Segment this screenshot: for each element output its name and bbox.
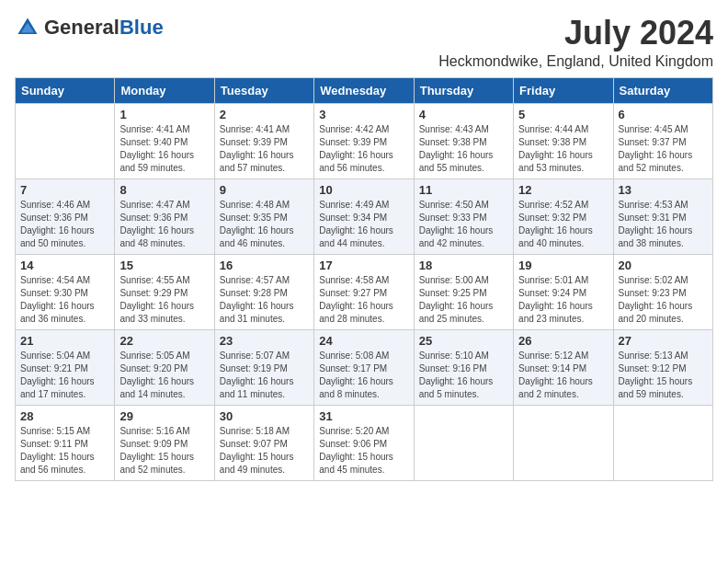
logo: GeneralBlue — [15, 15, 164, 40]
calendar-body: 1Sunrise: 4:41 AM Sunset: 9:40 PM Daylig… — [16, 103, 713, 480]
day-info: Sunrise: 4:53 AM Sunset: 9:31 PM Dayligh… — [619, 199, 708, 250]
day-info: Sunrise: 5:18 AM Sunset: 9:07 PM Dayligh… — [220, 425, 309, 477]
calendar-cell: 21Sunrise: 5:04 AM Sunset: 9:21 PM Dayli… — [16, 329, 115, 405]
day-info: Sunrise: 4:48 AM Sunset: 9:35 PM Dayligh… — [220, 199, 309, 250]
day-info: Sunrise: 5:08 AM Sunset: 9:17 PM Dayligh… — [319, 350, 408, 401]
calendar-cell: 12Sunrise: 4:52 AM Sunset: 9:32 PM Dayli… — [514, 178, 613, 254]
day-number: 7 — [20, 183, 109, 197]
calendar-week-row: 28Sunrise: 5:15 AM Sunset: 9:11 PM Dayli… — [16, 405, 713, 480]
calendar-cell — [414, 405, 513, 480]
calendar-cell: 15Sunrise: 4:55 AM Sunset: 9:29 PM Dayli… — [115, 254, 214, 329]
calendar-cell: 28Sunrise: 5:15 AM Sunset: 9:11 PM Dayli… — [16, 405, 115, 480]
day-info: Sunrise: 4:47 AM Sunset: 9:36 PM Dayligh… — [119, 199, 209, 250]
calendar-cell: 31Sunrise: 5:20 AM Sunset: 9:06 PM Dayli… — [314, 405, 414, 480]
day-info: Sunrise: 4:49 AM Sunset: 9:34 PM Dayligh… — [319, 199, 408, 250]
page-header: GeneralBlue July 2024 Heckmondwike, Engl… — [15, 15, 713, 70]
column-header-thursday: Thursday — [414, 77, 513, 103]
day-number: 8 — [119, 183, 209, 197]
day-number: 31 — [319, 409, 408, 423]
calendar-cell: 7Sunrise: 4:46 AM Sunset: 9:36 PM Daylig… — [16, 178, 115, 254]
day-info: Sunrise: 5:02 AM Sunset: 9:23 PM Dayligh… — [619, 274, 708, 326]
day-info: Sunrise: 4:50 AM Sunset: 9:33 PM Dayligh… — [419, 199, 508, 250]
calendar-cell: 9Sunrise: 4:48 AM Sunset: 9:35 PM Daylig… — [214, 178, 313, 254]
day-info: Sunrise: 5:16 AM Sunset: 9:09 PM Dayligh… — [119, 425, 209, 477]
calendar-cell: 6Sunrise: 4:45 AM Sunset: 9:37 PM Daylig… — [613, 103, 712, 178]
calendar-cell: 17Sunrise: 4:58 AM Sunset: 9:27 PM Dayli… — [314, 254, 414, 329]
day-number: 28 — [20, 409, 109, 423]
day-number: 25 — [419, 334, 508, 348]
day-info: Sunrise: 5:05 AM Sunset: 9:20 PM Dayligh… — [119, 350, 209, 401]
day-info: Sunrise: 5:15 AM Sunset: 9:11 PM Dayligh… — [20, 425, 109, 477]
day-number: 23 — [220, 334, 309, 348]
calendar-cell: 26Sunrise: 5:12 AM Sunset: 9:14 PM Dayli… — [514, 329, 613, 405]
calendar-cell — [613, 405, 712, 480]
calendar-cell: 4Sunrise: 4:43 AM Sunset: 9:38 PM Daylig… — [414, 103, 513, 178]
calendar-cell — [514, 405, 613, 480]
day-number: 14 — [20, 259, 109, 272]
logo-icon — [15, 15, 40, 40]
day-number: 5 — [518, 108, 608, 121]
day-info: Sunrise: 5:00 AM Sunset: 9:25 PM Dayligh… — [419, 274, 508, 326]
day-info: Sunrise: 4:43 AM Sunset: 9:38 PM Dayligh… — [419, 123, 508, 175]
calendar-cell: 24Sunrise: 5:08 AM Sunset: 9:17 PM Dayli… — [314, 329, 414, 405]
day-info: Sunrise: 5:10 AM Sunset: 9:16 PM Dayligh… — [419, 350, 508, 401]
day-number: 27 — [619, 334, 708, 348]
column-header-tuesday: Tuesday — [214, 77, 313, 103]
title-area: July 2024 Heckmondwike, England, United … — [438, 15, 713, 70]
day-info: Sunrise: 4:41 AM Sunset: 9:40 PM Dayligh… — [119, 123, 209, 175]
day-number: 18 — [419, 259, 508, 272]
calendar-cell — [16, 103, 115, 178]
calendar-cell: 14Sunrise: 4:54 AM Sunset: 9:30 PM Dayli… — [16, 254, 115, 329]
day-number: 22 — [119, 334, 209, 348]
day-info: Sunrise: 5:12 AM Sunset: 9:14 PM Dayligh… — [518, 350, 608, 401]
calendar-cell: 20Sunrise: 5:02 AM Sunset: 9:23 PM Dayli… — [613, 254, 712, 329]
calendar-cell: 16Sunrise: 4:57 AM Sunset: 9:28 PM Dayli… — [214, 254, 313, 329]
column-header-monday: Monday — [115, 77, 214, 103]
day-info: Sunrise: 4:42 AM Sunset: 9:39 PM Dayligh… — [319, 123, 408, 175]
calendar-cell: 30Sunrise: 5:18 AM Sunset: 9:07 PM Dayli… — [214, 405, 313, 480]
calendar-cell: 1Sunrise: 4:41 AM Sunset: 9:40 PM Daylig… — [115, 103, 214, 178]
day-info: Sunrise: 5:13 AM Sunset: 9:12 PM Dayligh… — [619, 350, 708, 401]
calendar-cell: 19Sunrise: 5:01 AM Sunset: 9:24 PM Dayli… — [514, 254, 613, 329]
day-number: 12 — [518, 183, 608, 197]
day-number: 1 — [119, 108, 209, 121]
day-number: 13 — [619, 183, 708, 197]
day-info: Sunrise: 5:07 AM Sunset: 9:19 PM Dayligh… — [220, 350, 309, 401]
calendar-cell: 23Sunrise: 5:07 AM Sunset: 9:19 PM Dayli… — [214, 329, 313, 405]
day-number: 11 — [419, 183, 508, 197]
day-number: 17 — [319, 259, 408, 272]
calendar-cell: 18Sunrise: 5:00 AM Sunset: 9:25 PM Dayli… — [414, 254, 513, 329]
day-info: Sunrise: 4:55 AM Sunset: 9:29 PM Dayligh… — [119, 274, 209, 326]
calendar-cell: 11Sunrise: 4:50 AM Sunset: 9:33 PM Dayli… — [414, 178, 513, 254]
day-number: 6 — [619, 108, 708, 121]
logo-general-text: GeneralBlue — [44, 17, 164, 38]
calendar-cell: 10Sunrise: 4:49 AM Sunset: 9:34 PM Dayli… — [314, 178, 414, 254]
calendar-cell: 22Sunrise: 5:05 AM Sunset: 9:20 PM Dayli… — [115, 329, 214, 405]
day-number: 9 — [220, 183, 309, 197]
calendar-cell: 2Sunrise: 4:41 AM Sunset: 9:39 PM Daylig… — [214, 103, 313, 178]
day-info: Sunrise: 4:45 AM Sunset: 9:37 PM Dayligh… — [619, 123, 708, 175]
calendar-header-row: SundayMondayTuesdayWednesdayThursdayFrid… — [16, 77, 713, 103]
column-header-friday: Friday — [514, 77, 613, 103]
day-info: Sunrise: 4:46 AM Sunset: 9:36 PM Dayligh… — [20, 199, 109, 250]
calendar-week-row: 7Sunrise: 4:46 AM Sunset: 9:36 PM Daylig… — [16, 178, 713, 254]
day-number: 15 — [119, 259, 209, 272]
day-number: 20 — [619, 259, 708, 272]
day-info: Sunrise: 4:58 AM Sunset: 9:27 PM Dayligh… — [319, 274, 408, 326]
calendar-cell: 13Sunrise: 4:53 AM Sunset: 9:31 PM Dayli… — [613, 178, 712, 254]
column-header-wednesday: Wednesday — [314, 77, 414, 103]
calendar-table: SundayMondayTuesdayWednesdayThursdayFrid… — [15, 77, 713, 481]
day-info: Sunrise: 5:04 AM Sunset: 9:21 PM Dayligh… — [20, 350, 109, 401]
day-number: 30 — [220, 409, 309, 423]
day-number: 26 — [518, 334, 608, 348]
calendar-week-row: 1Sunrise: 4:41 AM Sunset: 9:40 PM Daylig… — [16, 103, 713, 178]
day-number: 24 — [319, 334, 408, 348]
day-number: 19 — [518, 259, 608, 272]
calendar-week-row: 14Sunrise: 4:54 AM Sunset: 9:30 PM Dayli… — [16, 254, 713, 329]
day-number: 10 — [319, 183, 408, 197]
day-number: 4 — [419, 108, 508, 121]
day-info: Sunrise: 4:44 AM Sunset: 9:38 PM Dayligh… — [518, 123, 608, 175]
calendar-week-row: 21Sunrise: 5:04 AM Sunset: 9:21 PM Dayli… — [16, 329, 713, 405]
calendar-cell: 3Sunrise: 4:42 AM Sunset: 9:39 PM Daylig… — [314, 103, 414, 178]
day-info: Sunrise: 4:41 AM Sunset: 9:39 PM Dayligh… — [220, 123, 309, 175]
